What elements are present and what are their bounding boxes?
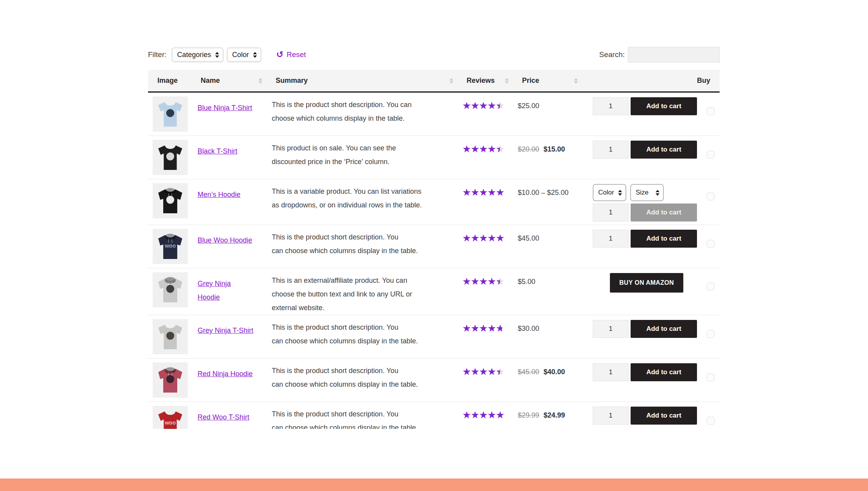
quantity-input[interactable] (593, 230, 629, 248)
sort-icon[interactable] (449, 78, 453, 84)
buy-checkbox[interactable] (707, 240, 715, 248)
product-thumbnail[interactable] (153, 96, 188, 132)
product-link[interactable]: Grey Ninja T-Shirt (198, 327, 253, 334)
product-link[interactable]: Red Ninja Hoodie (198, 370, 253, 378)
quantity-input[interactable] (593, 363, 629, 381)
product-price-cell: $25.00 (515, 93, 584, 136)
buy-controls: Add to cart (593, 230, 697, 248)
buy-checkbox[interactable] (707, 107, 715, 115)
product-image (154, 321, 186, 353)
product-image-cell (148, 268, 194, 315)
star-rating: ★★★★★ ★★★★★ (462, 100, 504, 111)
sort-icon[interactable] (258, 78, 262, 84)
product-image-cell: woo (148, 402, 194, 429)
product-table-page: Filter: Categories Color ↺ Reset Search:… (148, 46, 720, 429)
product-image (154, 141, 186, 173)
price: $45.00 (518, 234, 539, 242)
price: $15.00 (544, 145, 565, 153)
header-name[interactable]: Name (194, 77, 269, 85)
add-to-cart-button[interactable]: Add to cart (631, 141, 697, 159)
buy-checkbox[interactable] (707, 151, 715, 159)
product-link[interactable]: Grey Ninja Hoodie (198, 280, 231, 301)
buy-on-amazon-button[interactable]: BUY ON AMAZON (610, 273, 683, 293)
product-thumbnail[interactable] (153, 362, 188, 398)
product-summary: This is the product short description. Y… (272, 364, 448, 391)
price: $40.00 (544, 368, 565, 376)
quantity-input[interactable] (593, 141, 629, 159)
product-summary: This is the product short description. Y… (272, 321, 448, 348)
header-summary[interactable]: Summary (269, 77, 460, 85)
add-to-cart-button[interactable]: Add to cart (631, 407, 697, 425)
select-arrows-icon (215, 52, 219, 58)
product-name-cell: Black T-Shirt (194, 136, 269, 179)
sort-icon[interactable] (574, 78, 578, 84)
product-buy-cell: Color Size Add to cart (584, 179, 720, 225)
product-name-cell: Blue Woo Hoodie (194, 225, 269, 268)
product-reviews-cell: ★★★★★ ★★★★★ (460, 268, 515, 315)
product-summary-cell: This is the product short description. Y… (269, 93, 460, 136)
buy-controls: Add to cart (593, 407, 697, 425)
add-to-cart-button[interactable]: Add to cart (631, 363, 697, 381)
table-header: Image Name Summary Reviews Price Buy (148, 70, 720, 93)
stars-filled-icon: ★★★★★ (462, 144, 500, 155)
price: $24.99 (544, 411, 565, 419)
product-thumbnail[interactable] (153, 272, 188, 307)
quantity-input[interactable] (593, 97, 629, 115)
stars-filled-icon: ★★★★★ (462, 410, 504, 421)
add-to-cart-button[interactable]: Add to cart (631, 320, 697, 338)
buy-controls: BUY ON AMAZON (593, 273, 683, 293)
header-image: Image (148, 77, 194, 85)
quantity-input[interactable] (593, 204, 629, 221)
product-buy-cell: Add to cart (584, 225, 720, 268)
star-rating: ★★★★★ ★★★★★ (462, 323, 504, 334)
color-variation-select[interactable]: Color (593, 184, 626, 201)
categories-filter-select[interactable]: Categories (172, 48, 223, 62)
product-image-cell (148, 179, 194, 225)
add-to-cart-button[interactable]: Add to cart (631, 204, 697, 221)
product-buy-cell: Add to cart (584, 93, 720, 136)
quantity-input[interactable] (593, 320, 629, 338)
product-link[interactable]: Red Woo T-Shirt (198, 413, 249, 421)
buy-checkbox[interactable] (707, 193, 715, 200)
stars-filled-icon: ★★★★★ (462, 366, 500, 377)
product-thumbnail[interactable] (153, 140, 188, 175)
table-row: Red Ninja Hoodie This is the product sho… (148, 359, 720, 402)
buy-checkbox[interactable] (707, 330, 715, 338)
product-summary-cell: This product is on sale. You can see the… (269, 136, 460, 179)
header-reviews[interactable]: Reviews (460, 77, 515, 85)
quantity-input[interactable] (593, 407, 629, 425)
star-rating: ★★★★★ ★★★★★ (462, 366, 504, 377)
product-link[interactable]: Black T-Shirt (198, 147, 237, 155)
product-link[interactable]: Blue Ninja T-Shirt (198, 104, 252, 112)
product-thumbnail[interactable] (153, 319, 188, 354)
product-link[interactable]: Men’s Hoodie (198, 191, 241, 198)
svg-text:woo: woo (164, 420, 176, 426)
cart-line: Add to cart (593, 97, 697, 115)
color-filter-select[interactable]: Color (227, 48, 261, 62)
search-input[interactable] (628, 47, 720, 62)
product-thumbnail[interactable]: woo (153, 406, 188, 429)
header-price[interactable]: Price (515, 77, 584, 85)
size-variation-select[interactable]: Size (630, 184, 664, 201)
cart-line: Add to cart (593, 320, 697, 338)
select-arrows-icon (656, 190, 659, 196)
buy-checkbox[interactable] (707, 282, 715, 290)
stars-filled-icon: ★★★★★ (462, 233, 504, 244)
add-to-cart-button[interactable]: Add to cart (631, 97, 697, 115)
add-to-cart-button[interactable]: Add to cart (631, 230, 697, 248)
product-thumbnail[interactable]: woo (153, 229, 188, 264)
price: $10.00 – $25.00 (518, 189, 569, 196)
price: $30.00 (518, 325, 539, 332)
product-summary-cell: This is an external/affiliate product. Y… (269, 268, 460, 315)
product-buy-cell: Add to cart (584, 359, 720, 402)
product-link[interactable]: Blue Woo Hoodie (198, 236, 252, 244)
reset-filters-link[interactable]: ↺ Reset (276, 50, 306, 59)
buy-checkbox[interactable] (707, 373, 715, 381)
buy-checkbox[interactable] (707, 417, 715, 425)
product-name-cell: Men’s Hoodie (194, 179, 269, 225)
product-summary: This is an external/affiliate product. Y… (272, 274, 448, 315)
product-thumbnail[interactable] (153, 183, 188, 218)
product-reviews-cell: ★★★★★ ★★★★★ (460, 225, 515, 268)
sort-icon[interactable] (505, 78, 509, 84)
product-name-cell: Red Ninja Hoodie (194, 359, 269, 402)
